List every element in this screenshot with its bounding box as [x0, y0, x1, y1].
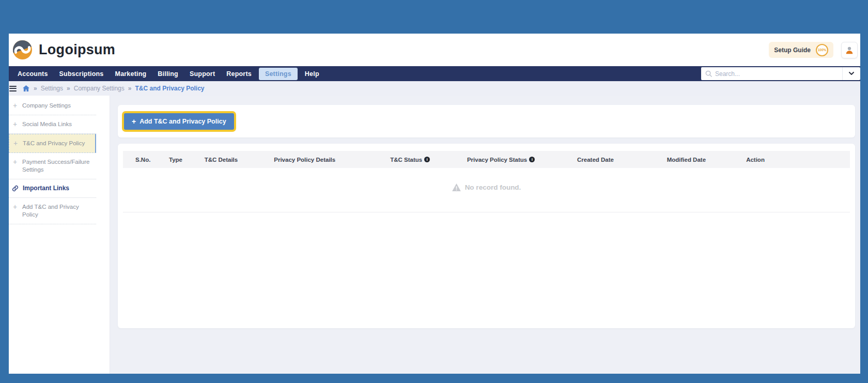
search-input[interactable]	[712, 70, 842, 78]
breadcrumb-item[interactable]: Settings	[41, 85, 63, 92]
column-label: Privacy Policy Details	[274, 157, 335, 163]
info-icon[interactable]: i	[424, 157, 430, 162]
logo-icon	[13, 40, 32, 59]
sidebar-item-label: Important Links	[23, 185, 69, 193]
nav-item[interactable]: Support	[184, 70, 221, 78]
column-label: T&C Status	[390, 157, 422, 163]
app-frame: Logoipsum Setup Guide 100% AccountsSubsc…	[0, 0, 868, 383]
column-label: Action	[746, 157, 765, 163]
content-area: + Company Settings + Social Media Links …	[9, 96, 860, 374]
sidebar-item-label: Add T&C and Privacy Policy	[22, 203, 93, 219]
column-label: S.No.	[135, 157, 150, 163]
setup-guide-button[interactable]: Setup Guide 100%	[769, 42, 833, 58]
info-icon[interactable]: i	[529, 157, 535, 162]
table-column-header: Privacy Policy Details	[254, 157, 355, 163]
main-content: + Add T&C and Privacy Policy S.No. Type	[110, 96, 860, 374]
menu-icon[interactable]	[9, 86, 17, 91]
empty-state: No record found.	[123, 183, 850, 191]
app-header: Logoipsum Setup Guide 100%	[9, 34, 860, 66]
plus-icon: +	[132, 118, 136, 125]
sidebar-item-label: T&C and Privacy Policy	[23, 140, 85, 147]
breadcrumb-item[interactable]: Company Settings	[74, 85, 125, 92]
nav-item[interactable]: Marketing	[110, 70, 152, 78]
breadcrumb-group: » T&C and Privacy Policy	[128, 85, 205, 92]
breadcrumb: » Settings » Company Settings » T&C and …	[9, 81, 860, 96]
header-controls: Setup Guide 100%	[769, 42, 858, 58]
table-column-header: T&C Details	[189, 157, 254, 163]
breadcrumb-separator: »	[34, 85, 37, 92]
breadcrumb-item[interactable]: T&C and Privacy Policy	[135, 85, 204, 92]
main-nav: AccountsSubscriptionsMarketingBillingSup…	[9, 66, 860, 81]
sidebar-item[interactable]: + Social Media Links	[9, 115, 96, 134]
plus-icon: +	[12, 203, 18, 210]
nav-item[interactable]: Reports	[221, 70, 257, 78]
add-button-label: Add T&C and Privacy Policy	[140, 118, 226, 125]
home-icon[interactable]	[23, 85, 29, 91]
breadcrumb-items: » Settings » Company Settings » T&C and …	[34, 85, 205, 92]
nav-item[interactable]: Subscriptions	[54, 70, 110, 78]
logo-text: Logoipsum	[39, 42, 115, 58]
column-label: Created Date	[577, 157, 614, 163]
table-row-divider	[123, 212, 850, 212]
nav-item[interactable]: Accounts	[12, 70, 54, 78]
column-label: T&C Details	[205, 157, 238, 163]
table-column-header: Privacy Policy Status i	[464, 157, 537, 163]
setup-guide-label: Setup Guide	[774, 47, 811, 54]
column-label: Privacy Policy Status	[467, 157, 527, 163]
table-column-header: Type	[163, 157, 188, 163]
sidebar-item[interactable]: + Payment Success/Failure Settings	[9, 153, 96, 179]
plus-icon: +	[12, 120, 18, 128]
sidebar-item[interactable]: + T&C and Privacy Policy	[9, 134, 96, 153]
add-tc-privacy-button[interactable]: + Add T&C and Privacy Policy	[124, 113, 234, 130]
breadcrumb-group: » Company Settings	[67, 85, 125, 92]
table-column-header: T&C Status i	[355, 157, 464, 163]
column-label: Modified Date	[667, 157, 706, 163]
chevron-down-icon	[849, 72, 854, 75]
table-column-header: Modified Date	[654, 157, 719, 163]
app-window: Logoipsum Setup Guide 100% AccountsSubsc…	[9, 34, 860, 374]
plus-icon: +	[12, 140, 19, 147]
table-column-header: Action	[719, 157, 792, 163]
column-label: Type	[169, 157, 182, 163]
sidebar-item-label: Payment Success/Failure Settings	[22, 158, 93, 174]
search-box	[701, 67, 860, 80]
breadcrumb-separator: »	[67, 85, 70, 92]
sidebar-item-label: Social Media Links	[22, 120, 72, 128]
toolbar-card: + Add T&C and Privacy Policy	[118, 105, 855, 137]
search-icon	[705, 70, 712, 77]
table-card: S.No. Type T&C Details Privacy Policy De…	[118, 144, 855, 328]
sidebar-item-label: Company Settings	[22, 102, 71, 110]
logo: Logoipsum	[13, 40, 115, 59]
link-icon	[12, 185, 19, 192]
sidebar-item[interactable]: + Company Settings	[9, 97, 96, 115]
plus-icon: +	[12, 158, 18, 165]
nav-item[interactable]: Help	[299, 70, 325, 78]
table-header-row: S.No. Type T&C Details Privacy Policy De…	[123, 151, 850, 168]
breadcrumb-group: » Settings	[34, 85, 63, 92]
sidebar-item[interactable]: + Add T&C and Privacy Policy	[9, 198, 96, 224]
warning-icon	[452, 183, 461, 191]
progress-value: 100%	[818, 48, 827, 52]
search-scope-dropdown[interactable]	[842, 67, 860, 80]
settings-sidebar: + Company Settings + Social Media Links …	[9, 96, 110, 374]
user-icon	[845, 45, 854, 55]
table-column-header: S.No.	[123, 157, 163, 163]
sidebar-item[interactable]: Important Links	[9, 179, 96, 198]
nav-item[interactable]: Billing	[152, 70, 184, 78]
table-column-header: Created Date	[537, 157, 654, 163]
breadcrumb-separator: »	[128, 85, 132, 92]
user-avatar-button[interactable]	[841, 42, 858, 58]
plus-icon: +	[12, 102, 18, 109]
nav-items: AccountsSubscriptionsMarketingBillingSup…	[12, 66, 325, 81]
empty-message: No record found.	[465, 183, 521, 191]
nav-item[interactable]: Settings	[259, 68, 298, 80]
progress-ring: 100%	[816, 44, 828, 56]
